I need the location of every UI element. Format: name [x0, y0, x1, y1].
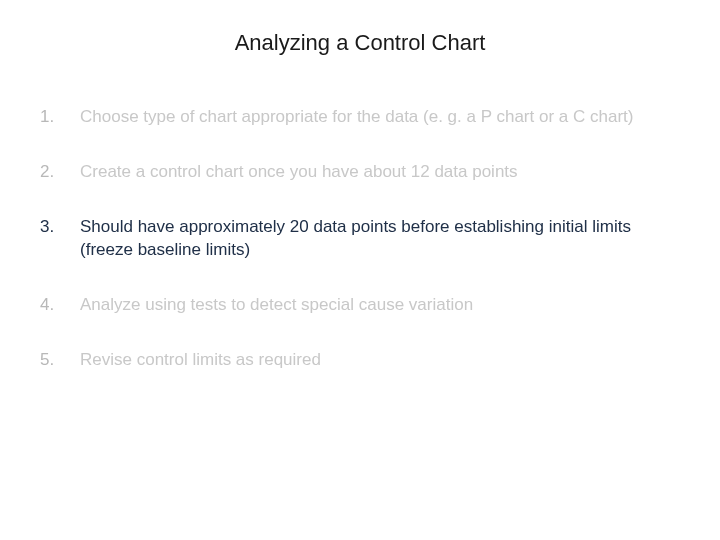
list-item: 2. Create a control chart once you have … [40, 161, 680, 184]
item-text: Create a control chart once you have abo… [80, 161, 680, 184]
list-item: 1. Choose type of chart appropriate for … [40, 106, 680, 129]
item-number: 4. [40, 294, 80, 317]
item-number: 3. [40, 216, 80, 262]
item-number: 2. [40, 161, 80, 184]
list-item: 5. Revise control limits as required [40, 349, 680, 372]
item-text: Should have approximately 20 data points… [80, 216, 680, 262]
item-text: Revise control limits as required [80, 349, 680, 372]
page-title: Analyzing a Control Chart [0, 0, 720, 106]
item-text: Analyze using tests to detect special ca… [80, 294, 680, 317]
item-number: 1. [40, 106, 80, 129]
item-text: Choose type of chart appropriate for the… [80, 106, 680, 129]
numbered-list: 1. Choose type of chart appropriate for … [0, 106, 720, 372]
list-item: 4. Analyze using tests to detect special… [40, 294, 680, 317]
list-item: 3. Should have approximately 20 data poi… [40, 216, 680, 262]
item-number: 5. [40, 349, 80, 372]
